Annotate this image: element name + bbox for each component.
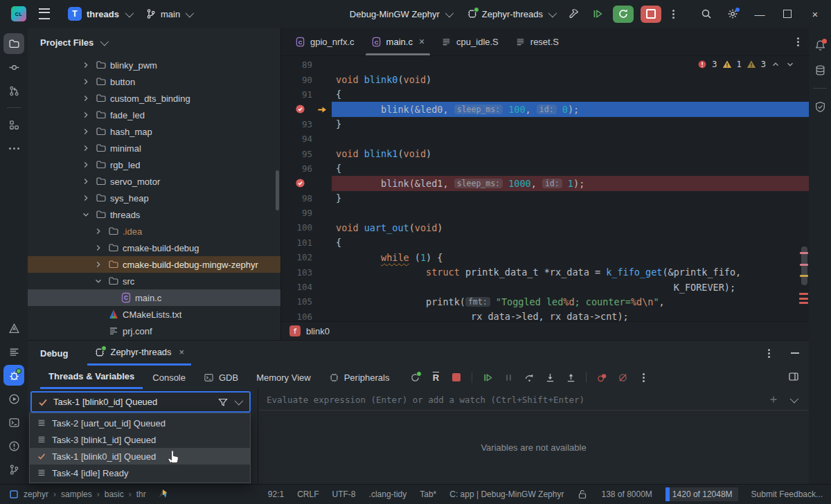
run-config-selector[interactable]: Debug-MinGW Zephyr xyxy=(346,6,456,22)
gutter-line-100[interactable]: 100 xyxy=(281,220,332,235)
tab-threads-variables[interactable]: Threads & Variables xyxy=(40,366,143,389)
database-tool-button[interactable] xyxy=(810,60,830,80)
project-scrollbar[interactable] xyxy=(276,170,279,210)
gutter-line-93[interactable]: 93 xyxy=(281,117,332,132)
debug-session-selector[interactable]: Zephyr-threads xyxy=(463,6,559,22)
build-button[interactable] xyxy=(569,8,580,19)
gutter-line-99[interactable]: 99 xyxy=(281,206,332,220)
tree-item-main-c[interactable]: Cmain.c xyxy=(28,289,280,306)
toolbar-kebab-icon[interactable] xyxy=(634,368,652,386)
status-breadcrumb[interactable]: samples xyxy=(61,489,92,499)
tab-console[interactable]: Console xyxy=(144,366,194,389)
memory-indicator[interactable]: 1420 of 12048M xyxy=(665,487,738,501)
commit-tool-button[interactable] xyxy=(3,57,24,78)
tree-item-cmake-build-debug-mingw-zephyr[interactable]: cmake-build-debug-mingw-zephyr xyxy=(28,256,280,273)
gutter-line-105[interactable]: 105 xyxy=(281,294,332,309)
gutter-line-90[interactable]: 90 xyxy=(281,72,332,87)
pause-button[interactable] xyxy=(499,368,517,386)
main-menu-icon[interactable] xyxy=(39,8,50,19)
git-tool-button[interactable] xyxy=(3,459,24,480)
step-out-button[interactable] xyxy=(562,368,580,386)
ai-assistant-tool-button[interactable] xyxy=(3,318,24,339)
maximize-button[interactable] xyxy=(781,8,794,20)
run-tool-button[interactable] xyxy=(3,388,24,409)
gutter-line-97[interactable] xyxy=(281,176,332,190)
gutter-line-102[interactable]: 102 xyxy=(281,250,332,264)
more-actions-kebab-icon[interactable] xyxy=(672,13,674,15)
chevron-down-icon[interactable] xyxy=(790,394,799,403)
status-breadcrumb[interactable]: basic xyxy=(105,489,124,499)
error-stripe-mark[interactable] xyxy=(800,264,808,266)
vcs-branch-widget[interactable]: main xyxy=(141,6,196,22)
tree-item-button[interactable]: button xyxy=(28,73,280,90)
mute-breakpoints-button[interactable] xyxy=(614,368,632,386)
tab-gdb[interactable]: GDB xyxy=(195,366,247,389)
chevron-down-icon[interactable] xyxy=(92,276,105,286)
code-area[interactable]: 3 1 3 8990void blink0(void)91{ blink(&le… xyxy=(281,56,809,321)
error-stripe-mark[interactable] xyxy=(800,252,808,254)
resume-button[interactable] xyxy=(479,368,497,386)
gutter-line-106[interactable]: 106 xyxy=(281,309,332,321)
filter-funnel-icon[interactable] xyxy=(217,397,229,408)
tree-item-prj-conf[interactable]: prj.conf xyxy=(28,323,280,339)
gutter-line-95[interactable]: 95 xyxy=(281,146,332,161)
chevron-right-icon[interactable] xyxy=(80,60,92,70)
thread-dropdown-item[interactable]: Task-3 [blink1_id] Queued xyxy=(30,431,250,448)
gutter-line-96[interactable]: 96 xyxy=(281,161,332,176)
search-icon[interactable] xyxy=(701,8,712,19)
editor-tab-reset-s[interactable]: reset.S xyxy=(507,28,567,55)
gutter-line-92[interactable] xyxy=(281,102,332,116)
terminal-tool-button[interactable] xyxy=(3,412,24,433)
gutter-line-98[interactable]: 98 xyxy=(281,191,332,206)
thread-dropdown-item[interactable]: Task-4 [idle] Ready xyxy=(30,465,250,481)
structure-tool-button[interactable] xyxy=(3,114,24,135)
errors-indicator-icon[interactable] xyxy=(799,293,808,304)
indent-style[interactable]: Tab* xyxy=(420,489,436,499)
chevron-right-icon[interactable] xyxy=(80,160,92,170)
chevron-right-icon[interactable] xyxy=(80,93,92,103)
chevron-right-icon[interactable] xyxy=(80,110,92,120)
step-into-button[interactable] xyxy=(541,368,559,386)
tree-item-cmakelists-txt[interactable]: CMakeLists.txt xyxy=(28,306,280,323)
stop-session-button[interactable] xyxy=(447,368,465,386)
evaluate-expression-bar[interactable]: Evaluate expression (Enter) or add a wat… xyxy=(258,389,809,411)
tree-item-fade-led[interactable]: fade_led xyxy=(28,107,280,123)
status-breadcrumb[interactable]: zephyr xyxy=(24,489,48,499)
project-panel-title[interactable]: Project Files xyxy=(40,37,93,48)
rerun-session-button[interactable] xyxy=(406,368,424,386)
chevron-right-icon[interactable] xyxy=(80,143,92,153)
chevron-right-icon[interactable] xyxy=(92,226,105,236)
chevron-right-icon[interactable] xyxy=(92,260,105,269)
gutter-line-103[interactable]: 103 xyxy=(281,264,332,279)
tree-item-src[interactable]: src xyxy=(28,273,280,289)
close-tab-icon[interactable]: × xyxy=(179,347,185,357)
chevron-right-icon[interactable] xyxy=(80,77,92,87)
pull-requests-tool-button[interactable] xyxy=(3,80,24,101)
gutter-line-89[interactable]: 89 xyxy=(281,57,332,72)
gutter-line-91[interactable]: 91 xyxy=(281,87,332,102)
editor-tab-gpio-nrfx-c[interactable]: Cgpio_nrfx.c xyxy=(287,28,363,55)
inspection-widget[interactable]: 3 1 3 xyxy=(697,60,795,69)
workspace-icon[interactable] xyxy=(8,489,19,500)
line-ending[interactable]: CRLF xyxy=(297,489,319,499)
gutter-line-94[interactable]: 94 xyxy=(281,132,332,146)
tabs-options-kebab-icon[interactable] xyxy=(797,41,799,43)
caret-position[interactable]: 92:1 xyxy=(268,489,284,499)
rerun-debug-button[interactable] xyxy=(613,6,634,23)
heap-indicator[interactable]: 138 of 8000M xyxy=(601,489,652,499)
hide-panel-icon[interactable] xyxy=(791,352,799,354)
add-watch-icon[interactable] xyxy=(768,394,779,405)
notifications-button[interactable] xyxy=(810,35,830,55)
todo-tool-button[interactable] xyxy=(3,341,24,362)
tab-memory-view[interactable]: Memory View xyxy=(248,366,319,389)
breakpoint-icon[interactable] xyxy=(295,178,305,188)
thread-dropdown-item[interactable]: Task-1 [blink0_id] Queued xyxy=(30,448,250,465)
project-widget[interactable]: T threads xyxy=(62,4,137,24)
debug-window-title[interactable]: Debug xyxy=(40,348,68,359)
chevron-down-icon[interactable] xyxy=(80,210,92,219)
toolchain[interactable]: C: app | Debug-MinGW Zephyr xyxy=(449,489,564,499)
step-over-button[interactable] xyxy=(520,368,538,386)
editor-tab-cpu-idle-s[interactable]: cpu_idle.S xyxy=(433,28,507,55)
submit-feedback-link[interactable]: Submit Feedback... xyxy=(751,489,823,499)
lock-icon[interactable] xyxy=(577,489,588,500)
